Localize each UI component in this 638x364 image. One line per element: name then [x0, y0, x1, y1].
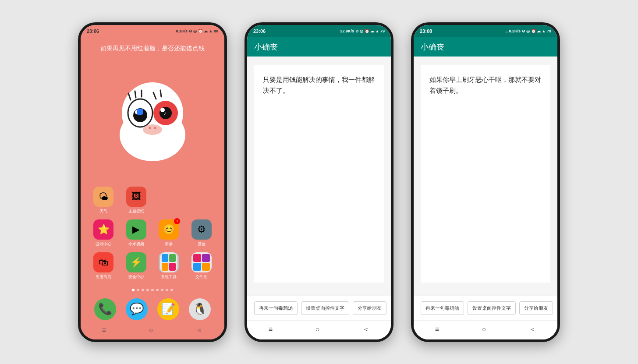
dock: 📞 💬 📝 🐧	[81, 295, 224, 322]
time-1: 23:06	[87, 28, 99, 34]
svg-line-12	[160, 90, 161, 97]
svg-point-15	[154, 127, 156, 129]
app-store[interactable]: 🛍 应用商店	[90, 252, 117, 280]
phone-2: 23:06 22.9K/s ⊘ ◎ ⏰ ☁ ▲ 79 小确丧 只要是用钱能解决的…	[245, 22, 393, 342]
dot-6	[156, 289, 159, 291]
status-bar-1: 23:06 0.1K/s ⊘ ◎ ⏰ ☁ ▲ 80	[81, 25, 224, 37]
app-content-2: 只要是用钱能解决的事情，我一件都解决不了。	[247, 57, 391, 296]
page-dots	[81, 289, 224, 291]
mascot-svg: ♪	[104, 69, 201, 166]
dock-messages[interactable]: 💬	[126, 298, 148, 320]
app-buttons-3: 再来一句毒鸡汤 设置桌面控件文字 分享给朋友	[414, 296, 557, 320]
app-buttons-2: 再来一句毒鸡汤 设置桌面控件文字 分享给朋友	[247, 296, 391, 320]
app-games[interactable]: ⭐ 游戏中心	[90, 219, 117, 247]
bottom-nav-1: ≡ ○ ＜	[81, 322, 224, 339]
app-grid: 🌤 天气 🖼 主题壁纸 ⭐ 游戏中心 ▶ 小米视频	[81, 187, 224, 285]
dot-9	[170, 289, 173, 291]
nav-home-2[interactable]: ○	[315, 325, 320, 333]
app-video[interactable]: ▶ 小米视频	[123, 219, 149, 247]
dot-4	[146, 289, 149, 291]
app-read[interactable]: 😊 1 阅读	[156, 219, 182, 247]
app-weather[interactable]: 🌤 天气	[90, 187, 117, 214]
svg-line-9	[135, 91, 136, 98]
phone-2-screen: 23:06 22.9K/s ⊘ ◎ ⏰ ☁ ▲ 79 小确丧 只要是用钱能解决的…	[247, 25, 391, 339]
quote-3: 如果你早上刷牙恶心干呕，那就不要对着镜子刷。	[421, 65, 550, 283]
nav-menu-3[interactable]: ≡	[435, 325, 439, 333]
bottom-nav-2: ≡ ○ ＜	[247, 320, 391, 339]
app-row-1: 🌤 天气 🖼 主题壁纸	[87, 187, 218, 214]
btn-share-2[interactable]: 分享给朋友	[353, 301, 386, 315]
dot-1	[132, 289, 135, 291]
mascot-area: ♪	[81, 57, 224, 187]
app-row-2: ⭐ 游戏中心 ▶ 小米视频 😊 1 阅读 ⚙ 设置	[87, 219, 218, 247]
app-row-3: 🛍 应用商店 ⚡ 安全中心 系	[87, 252, 218, 280]
phone-1-screen: 23:06 0.1K/s ⊘ ◎ ⏰ ☁ ▲ 80 如果再见不用红着脸，是否还能…	[81, 25, 224, 339]
svg-rect-17	[137, 109, 143, 115]
app-tools[interactable]: 系统工具	[156, 252, 182, 280]
status-icons-3: ... 0.2K/s ⊘ ◎ ⏰ ☁ ▲ 79	[505, 29, 551, 33]
app-titlebar-3: 小确丧	[414, 37, 557, 57]
wallpaper-quote: 如果再见不用红着脸，是否还能借点钱	[81, 39, 224, 57]
dot-3	[142, 289, 144, 291]
dot-2	[137, 289, 139, 291]
nav-menu-1[interactable]: ≡	[102, 326, 106, 334]
app-content-3: 如果你早上刷牙恶心干呕，那就不要对着镜子刷。	[414, 57, 557, 296]
nav-menu-2[interactable]: ≡	[269, 325, 273, 333]
dock-qq[interactable]: 🐧	[189, 298, 211, 320]
status-icons-1: 0.1K/s ⊘ ◎ ⏰ ☁ ▲ 80	[176, 29, 218, 33]
app-security[interactable]: ⚡ 安全中心	[123, 252, 149, 280]
btn-share-3[interactable]: 分享给朋友	[519, 301, 553, 315]
app-title-2: 小确丧	[254, 42, 278, 51]
badge-read: 1	[174, 218, 180, 224]
nav-back-1[interactable]: ＜	[196, 326, 203, 335]
status-icons-2: 22.9K/s ⊘ ◎ ⏰ ☁ ▲ 79	[340, 29, 385, 33]
phone-1: 23:06 0.1K/s ⊘ ◎ ⏰ ☁ ▲ 80 如果再见不用红着脸，是否还能…	[78, 22, 227, 342]
btn-widget-2[interactable]: 设置桌面控件文字	[301, 301, 349, 315]
nav-back-2[interactable]: ＜	[362, 325, 369, 334]
time-2: 23:06	[253, 28, 266, 34]
btn-more-quote-2[interactable]: 再来一句毒鸡汤	[254, 301, 298, 315]
dock-notes[interactable]: 📝	[157, 298, 179, 320]
dock-phone[interactable]: 📞	[94, 298, 116, 320]
nav-back-3[interactable]: ＜	[529, 325, 536, 334]
nav-home-1[interactable]: ○	[149, 326, 153, 334]
phone-3: 23:08 ... 0.2K/s ⊘ ◎ ⏰ ☁ ▲ 79 小确丧 如果你早上刷…	[411, 22, 560, 342]
btn-more-quote-3[interactable]: 再来一句毒鸡汤	[421, 301, 464, 315]
status-bar-3: 23:08 ... 0.2K/s ⊘ ◎ ⏰ ☁ ▲ 79	[414, 25, 557, 37]
app-titlebar-2: 小确丧	[247, 37, 391, 57]
dot-8	[166, 289, 168, 291]
bottom-nav-3: ≡ ○ ＜	[414, 320, 557, 339]
phone-3-screen: 23:08 ... 0.2K/s ⊘ ◎ ⏰ ☁ ▲ 79 小确丧 如果你早上刷…	[414, 25, 557, 339]
app-title-3: 小确丧	[421, 42, 444, 51]
dot-5	[151, 289, 154, 291]
dot-7	[161, 289, 163, 291]
btn-widget-3[interactable]: 设置桌面控件文字	[468, 301, 516, 315]
time-3: 23:08	[420, 28, 432, 34]
svg-text:♪: ♪	[163, 110, 166, 116]
status-bar-2: 23:06 22.9K/s ⊘ ◎ ⏰ ☁ ▲ 79	[247, 25, 391, 37]
svg-point-14	[149, 127, 151, 129]
app-files[interactable]: 文件夹	[188, 252, 215, 280]
svg-point-13	[143, 124, 162, 135]
app-wallpaper[interactable]: 🖼 主题壁纸	[123, 187, 149, 214]
nav-home-3[interactable]: ○	[482, 325, 486, 333]
quote-2: 只要是用钱能解决的事情，我一件都解决不了。	[254, 65, 384, 283]
app-settings[interactable]: ⚙ 设置	[188, 219, 215, 247]
